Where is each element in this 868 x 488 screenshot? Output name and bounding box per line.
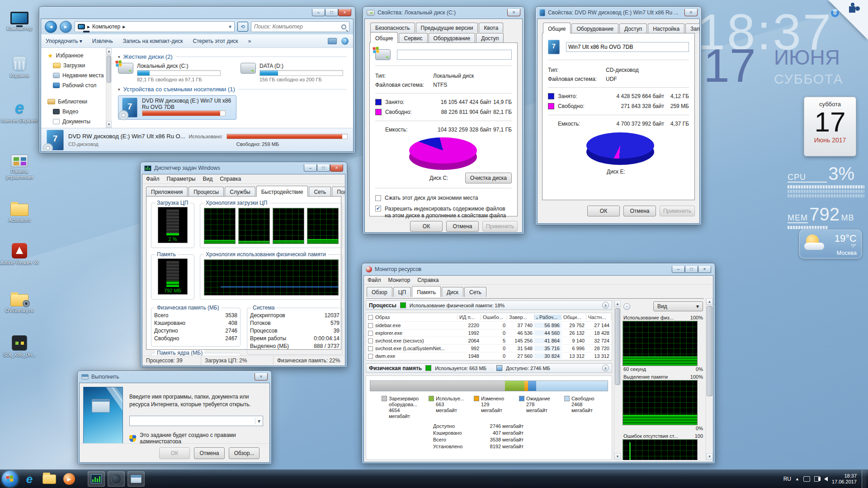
tab-previous-versions[interactable]: Предыдущие версии — [416, 23, 478, 33]
sorted-column-header[interactable]: ▴ Рабоч... — [534, 314, 561, 320]
weather-gadget[interactable]: 19°C °/° Москва — [799, 230, 862, 258]
start-button[interactable] — [2, 471, 18, 487]
tab-applications[interactable]: Приложения — [146, 187, 188, 197]
tab-overview[interactable]: Обзор — [367, 287, 392, 297]
combo-dropdown-icon[interactable]: ▾ — [255, 418, 263, 424]
sidebar-item-desktop[interactable]: Рабочий стол — [41, 80, 106, 90]
tab-disk[interactable]: Диск — [442, 287, 463, 297]
display-tray-icon[interactable] — [803, 476, 810, 482]
collapse-icon[interactable]: ▾ — [118, 55, 120, 59]
forward-button[interactable]: ► — [60, 21, 72, 33]
tab-services[interactable]: Службы — [225, 187, 255, 197]
tab-sharing[interactable]: Доступ — [476, 33, 504, 43]
run-titlebar[interactable]: Выполнить × — [79, 371, 270, 383]
hidden-icons-button[interactable]: ▲ — [795, 477, 799, 481]
cancel-button[interactable]: Отмена — [194, 447, 225, 459]
tab-security[interactable]: Безопасность — [370, 23, 415, 33]
maximize-button[interactable]: □ — [317, 164, 330, 172]
row-checkbox[interactable] — [368, 346, 373, 351]
desktop-icon-activators[interactable]: Activators — [0, 198, 39, 223]
minimize-button[interactable]: – — [304, 164, 317, 172]
tab-customize[interactable]: Настройка — [648, 23, 684, 33]
index-checkbox-row[interactable]: ✔ Разрешить индексировать содержимое фай… — [375, 206, 512, 219]
close-button[interactable]: × — [698, 266, 711, 273]
scroll-down-icon[interactable]: ▼ — [106, 121, 112, 128]
sidebar-item-downloads[interactable]: Загрузки — [41, 61, 106, 70]
select-all-checkbox[interactable] — [368, 315, 373, 320]
physical-memory-section-header[interactable]: Физическая память Используется: 663 МБ Д… — [366, 363, 612, 373]
tray-clock[interactable]: 18:37 17.06.2017 — [832, 473, 857, 485]
menu-monitor[interactable]: Монитор — [388, 277, 410, 283]
taskbar-run-window[interactable] — [127, 471, 145, 487]
tab-memory[interactable]: Память — [412, 286, 441, 297]
taskbar-wmp-icon[interactable]: ▶ — [61, 471, 78, 487]
ok-button[interactable]: ОК — [410, 221, 443, 232]
close-button[interactable]: × — [330, 164, 343, 172]
tab-hardware[interactable]: Оборудование — [571, 23, 618, 33]
process-row[interactable]: sidebar.exe 2220 0 37 740 56 896 29 752 … — [366, 322, 612, 329]
tab-quota[interactable]: Квота — [479, 23, 503, 33]
process-row[interactable]: explorer.exe 1992 0 46 536 44 560 26 132… — [366, 329, 612, 337]
section-removable[interactable]: ▾ Устройства со съемными носителями (1) — [118, 86, 347, 93]
process-row[interactable]: dwm.exe 1948 0 27 560 30 824 13 312 13 3… — [366, 352, 612, 360]
search-box[interactable] — [251, 21, 349, 32]
scroll-thumb[interactable] — [107, 56, 111, 83]
run-input[interactable] — [130, 418, 255, 424]
disk-cleanup-button[interactable]: Очистка диска — [465, 173, 512, 183]
scroll-up-icon[interactable]: ▲ — [614, 300, 621, 307]
desktop-icon-sdi[interactable]: SDI_X86_Dri... — [0, 333, 39, 358]
help-icon[interactable]: ? — [341, 38, 349, 45]
cancel-button[interactable]: Отмена — [446, 221, 479, 232]
sidebar-item-favorites[interactable]: ★ Избранное — [41, 51, 106, 61]
dvd-drive-item[interactable]: 7 DVD RW дисковод (E:) Win7 Ult x86 Ru O… — [118, 95, 236, 120]
dialog-titlebar[interactable]: Свойства: Локальный диск (C:) × — [364, 7, 523, 19]
explorer-titlebar[interactable]: – □ × — [41, 7, 354, 19]
resmon-left-scrollbar[interactable]: ▲ ▼ — [614, 300, 621, 460]
menu-file[interactable]: Файл — [368, 277, 381, 283]
toolbar-more[interactable]: » — [248, 38, 251, 44]
back-button[interactable]: ◄ — [45, 21, 57, 33]
processes-section-header[interactable]: Процессы Использование физической памяти… — [366, 300, 612, 310]
scroll-thumb[interactable] — [615, 308, 620, 385]
desktop-icon-internet-explorer[interactable]: e Internet Explorer — [0, 99, 39, 124]
desktop-icon-ovgorsky[interactable]: OVGorsky.ru — [0, 288, 39, 314]
breadcrumb[interactable]: ▸ Компьютер ▸ ▾ — [75, 21, 235, 32]
sidebar-item-videos[interactable]: Видео — [41, 107, 106, 117]
calendar-gadget[interactable]: суббота 17 Июнь 2017 — [804, 97, 856, 156]
run-combobox[interactable]: ▾ — [129, 416, 263, 426]
apply-button[interactable]: Применить — [482, 221, 518, 232]
scroll-down-icon[interactable]: ▼ — [706, 453, 713, 460]
close-button[interactable]: × — [507, 9, 520, 16]
menu-help[interactable]: Справка — [220, 176, 241, 182]
resmon-titlebar[interactable]: Монитор ресурсов – □ × — [363, 263, 713, 275]
volume-label-input[interactable] — [397, 50, 512, 60]
sidebar-item-libraries[interactable]: Библиотеки — [41, 97, 106, 107]
tab-cpu[interactable]: ЦП — [393, 287, 411, 297]
taskbar-ie-icon[interactable]: e — [21, 471, 38, 487]
ok-button[interactable]: ОК — [159, 447, 190, 459]
drive-d-item[interactable]: DATA (D:) 156 ГБ свободно из 200 ГБ — [241, 63, 347, 82]
tab-general[interactable]: Общие — [370, 32, 398, 43]
show-desktop-button[interactable] — [862, 470, 866, 488]
burn-button[interactable]: Запись на компакт-диск — [123, 38, 183, 44]
scroll-down-icon[interactable]: ▼ — [614, 453, 621, 460]
browse-button[interactable]: Обзор... — [229, 447, 259, 459]
language-indicator[interactable]: RU — [783, 476, 791, 482]
menu-help[interactable]: Справка — [417, 277, 439, 283]
organize-menu[interactable]: Упорядочить ▾ — [46, 38, 82, 44]
desktop-icon-recycle-bin[interactable]: Корзина — [0, 53, 39, 79]
menu-options[interactable]: Параметры — [167, 176, 196, 182]
tab-users[interactable]: Пользователи — [332, 187, 345, 197]
menu-view[interactable]: Вид — [203, 176, 212, 182]
drive-c-item[interactable]: Локальный диск (C:) 82,1 ГБ свободно из … — [118, 63, 224, 82]
breadcrumb-location[interactable]: Компьютер — [92, 23, 120, 30]
tab-hardware[interactable]: Оборудование — [429, 33, 476, 43]
erase-disc-button[interactable]: Стереть этот диск — [193, 38, 238, 44]
section-hard-disks[interactable]: ▾ Жесткие диски (2) — [118, 53, 347, 60]
desktop-icon-computer[interactable]: Компьютер — [0, 6, 39, 32]
tab-network[interactable]: Сеть — [464, 287, 486, 297]
maximize-button[interactable]: □ — [325, 9, 338, 16]
taskbar-task-manager[interactable] — [88, 471, 105, 487]
tab-performance[interactable]: Быстродействие — [256, 186, 308, 197]
close-button[interactable]: × — [338, 9, 351, 16]
